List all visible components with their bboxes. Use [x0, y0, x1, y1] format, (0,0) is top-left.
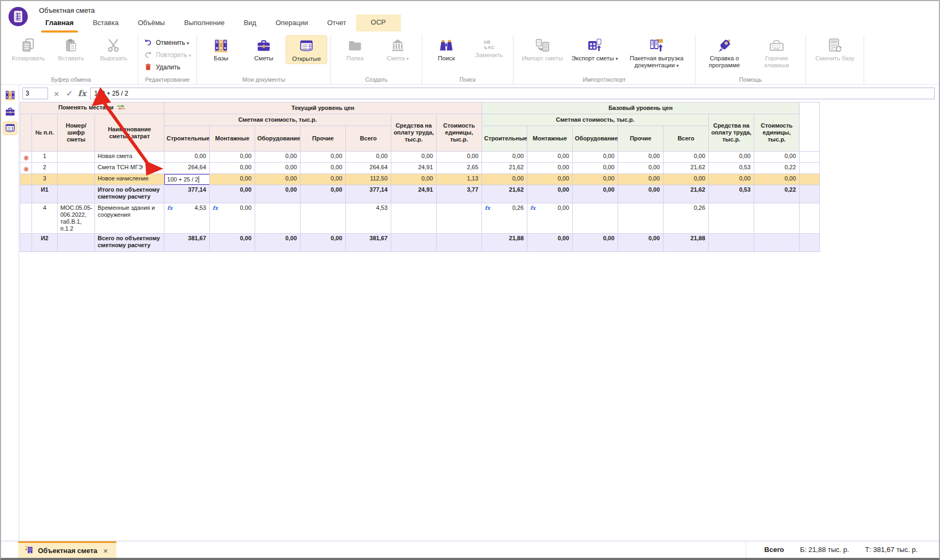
estimate-code-cell[interactable] [58, 234, 95, 252]
value-cell[interactable] [391, 234, 437, 252]
swap-rows-button[interactable]: Поменять местами [20, 102, 164, 114]
estimate-name-cell[interactable]: Временные здания и сооружения [95, 203, 164, 234]
tab-Вставка[interactable]: Вставка [83, 15, 128, 31]
value-cell[interactable]: 0,00 [573, 174, 618, 185]
value-cell[interactable]: 0,00 [210, 185, 255, 203]
tab-Объёмы[interactable]: Объёмы [128, 15, 175, 31]
estimate-code-cell[interactable]: МОС.05.05-006.2022, таб.В.1, п.1.2 [58, 203, 95, 234]
estimate-name-cell[interactable]: Всего по объектному сметному расчету [95, 234, 164, 252]
value-cell[interactable]: 0,53 [709, 163, 754, 174]
value-cell[interactable]: 1,13 [437, 174, 482, 185]
value-cell[interactable]: 0,00 [754, 174, 800, 185]
row-marker-cell[interactable] [20, 185, 32, 203]
value-cell[interactable]: 3,77 [437, 185, 482, 203]
value-cell[interactable]: 264,64 [164, 163, 210, 174]
estimate-code-cell[interactable] [58, 185, 95, 203]
value-cell[interactable]: 0,00 [346, 152, 391, 163]
ribbon-button-binoculars[interactable]: Поиск [425, 35, 467, 63]
value-cell[interactable]: 24,91 [391, 185, 437, 203]
estimate-name-cell[interactable]: Новое начисление [95, 174, 164, 185]
ribbon-button-import[interactable]: Импорт сметы [517, 35, 568, 63]
tab-Выполнение[interactable]: Выполнение [175, 15, 234, 31]
ribbon-button-change-db[interactable]: Сменить базу [809, 35, 860, 63]
value-cell[interactable]: 0,00 [301, 234, 346, 252]
ribbon-button-undo[interactable]: Отменить▾ [141, 37, 191, 48]
value-cell[interactable]: 0,00 [301, 174, 346, 185]
row-reference-input[interactable] [22, 88, 48, 99]
ribbon-button-folder[interactable]: Папка [334, 35, 376, 63]
value-cell[interactable]: 381,67 [164, 234, 210, 252]
value-cell[interactable]: 0,00 [482, 174, 527, 185]
estimate-code-cell[interactable] [58, 163, 95, 174]
row-number-cell[interactable]: 1 [32, 152, 58, 163]
ribbon-button-cut[interactable]: Вырезать [93, 35, 135, 63]
value-cell[interactable]: 0,00 [482, 152, 527, 163]
sidebar-item-Базы[interactable] [3, 88, 18, 102]
value-cell[interactable]: 0,00 [210, 163, 255, 174]
ribbon-button-rocket[interactable]: Справка о программе [699, 35, 750, 70]
tab-Главная[interactable]: Главная [36, 15, 83, 31]
cell-editor[interactable]: 100 + 25 / 2 [164, 174, 210, 185]
value-cell[interactable] [754, 203, 800, 234]
value-cell[interactable]: 21,62 [663, 163, 709, 174]
row-number-cell[interactable]: 2 [32, 163, 58, 174]
value-cell[interactable]: fx4,53 [164, 203, 210, 234]
value-cell[interactable]: 0,53 [709, 185, 754, 203]
sidebar-item-Сметы[interactable] [3, 105, 18, 119]
value-cell[interactable] [709, 203, 754, 234]
value-cell[interactable]: 0,00 [573, 163, 618, 174]
value-cell[interactable]: 0,00 [618, 185, 663, 203]
estimate-code-cell[interactable] [58, 174, 95, 185]
value-cell[interactable]: 0,00 [573, 234, 618, 252]
estimate-name-cell[interactable]: Итого по объектному сметному расчету [95, 185, 164, 203]
value-cell[interactable]: 0,00 [255, 152, 301, 163]
value-cell[interactable]: 0,00 [527, 234, 573, 252]
value-cell[interactable]: 0,22 [754, 163, 800, 174]
row-number-cell[interactable]: 4 [32, 203, 58, 234]
value-cell[interactable]: 0,00 [527, 152, 573, 163]
value-cell[interactable]: 0,00 [164, 152, 210, 163]
row-number-cell[interactable]: И2 [32, 234, 58, 252]
value-cell[interactable]: 377,14 [346, 185, 391, 203]
value-cell[interactable]: 0,26 [663, 203, 709, 234]
value-cell[interactable]: 0,22 [754, 185, 800, 203]
value-cell[interactable]: 21,88 [482, 234, 527, 252]
value-cell[interactable]: 0,00 [663, 174, 709, 185]
close-document-icon[interactable]: × [103, 546, 108, 555]
value-cell[interactable]: 0,00 [210, 234, 255, 252]
ribbon-button-redo[interactable]: Повторить▾ [141, 50, 193, 60]
estimate-code-cell[interactable] [58, 152, 95, 163]
value-cell[interactable]: 381,67 [346, 234, 391, 252]
value-cell[interactable]: 0,00 [301, 185, 346, 203]
value-cell[interactable]: 0,00 [618, 174, 663, 185]
value-cell[interactable]: 21,62 [482, 185, 527, 203]
sidebar-item-Открытые[interactable] [3, 121, 18, 135]
value-cell[interactable] [709, 234, 754, 252]
value-cell[interactable]: 2,65 [437, 163, 482, 174]
confirm-edit-icon[interactable]: ✓ [65, 89, 74, 98]
value-cell[interactable]: 264,64 [346, 163, 391, 174]
value-cell[interactable]: 0,00 [210, 174, 255, 185]
value-cell[interactable] [437, 234, 482, 252]
value-cell[interactable]: 0,00 [527, 163, 573, 174]
formula-input[interactable] [90, 88, 935, 99]
value-cell[interactable]: 0,00 [301, 152, 346, 163]
value-cell[interactable]: fx0,00 [210, 203, 255, 234]
value-cell[interactable] [255, 203, 301, 234]
value-cell[interactable] [437, 203, 482, 234]
ribbon-button-export[interactable]: Экспорт сметы▾ [569, 35, 620, 64]
ribbon-button-binders[interactable]: Базы [200, 35, 242, 63]
value-cell[interactable]: 0,00 [391, 152, 437, 163]
value-cell[interactable]: fx0,00 [527, 203, 573, 234]
tab-Вид[interactable]: Вид [234, 15, 266, 31]
ribbon-button-trash[interactable]: Удалить [141, 62, 183, 72]
value-cell[interactable]: 100 + 25 / 2 [164, 174, 210, 185]
value-cell[interactable] [391, 203, 437, 234]
value-cell[interactable]: 0,00 [527, 174, 573, 185]
value-cell[interactable]: 0,00 [618, 234, 663, 252]
value-cell[interactable] [301, 203, 346, 234]
row-marker-icon[interactable] [20, 163, 32, 174]
value-cell[interactable]: 0,00 [301, 163, 346, 174]
value-cell[interactable]: 377,14 [164, 185, 210, 203]
document-tab[interactable]: Объектная смета × [18, 541, 116, 558]
